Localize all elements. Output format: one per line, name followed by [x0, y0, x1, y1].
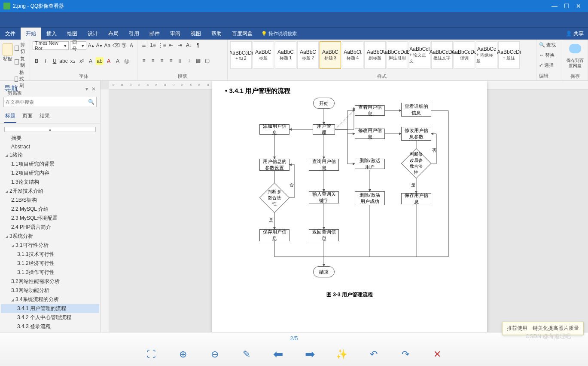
multilevel-button[interactable]: ⋮≡: [158, 41, 166, 49]
tree-expand-icon[interactable]: ◢: [11, 298, 14, 302]
style-item[interactable]: AaBbCcI+ 论文正文: [409, 41, 430, 69]
tell-me-search[interactable]: 💡 操作说明搜索: [261, 31, 297, 37]
tree-expand-icon[interactable]: ◢: [5, 234, 8, 239]
copy-button[interactable]: 复制: [15, 55, 27, 69]
format-painter-button[interactable]: 格式刷: [15, 69, 27, 89]
sort-button[interactable]: A↓: [185, 41, 193, 49]
nav-tree-item[interactable]: 3.4.2 个人中心管理流程: [1, 313, 99, 322]
line-spacing-button[interactable]: ↕: [185, 57, 193, 65]
search-icon[interactable]: 🔍: [88, 99, 94, 105]
align-left-button[interactable]: ≡: [140, 57, 148, 65]
nav-search-input[interactable]: [6, 99, 88, 105]
tree-expand-icon[interactable]: ◢: [5, 189, 8, 194]
nav-tree-item[interactable]: 1.2项目研究内容: [1, 169, 99, 178]
style-item[interactable]: AaBbC标题 2: [297, 41, 319, 69]
find-button[interactable]: 🔍 查找: [539, 41, 559, 49]
ribbon-tab-百度网盘[interactable]: 百度网盘: [227, 28, 258, 40]
ribbon-tab-插入[interactable]: 插入: [41, 28, 62, 40]
nav-tree-item[interactable]: 2.3 MySQL环境配置: [1, 214, 99, 223]
change-case-button[interactable]: Aa: [104, 42, 111, 49]
nav-tree-item[interactable]: 3.4.3 登录流程: [1, 322, 99, 331]
style-item[interactable]: AaBbC标题 1: [275, 41, 296, 69]
zoom-in-button[interactable]: ⊕: [176, 348, 190, 361]
minimize-button[interactable]: ―: [548, 3, 561, 9]
shading-button[interactable]: ▦: [194, 57, 202, 65]
grow-font-button[interactable]: A▴: [88, 42, 94, 49]
highlight-button[interactable]: ab: [96, 57, 104, 65]
subscript-button[interactable]: x₂: [69, 57, 76, 65]
superscript-button[interactable]: x²: [78, 57, 85, 65]
enclose-button[interactable]: ㊓: [123, 57, 131, 65]
tree-expand-icon[interactable]: ◢: [11, 243, 14, 248]
ribbon-tab-邮件[interactable]: 邮件: [144, 28, 165, 40]
show-marks-button[interactable]: ¶: [194, 41, 202, 49]
nav-tab-标题[interactable]: 标题: [4, 110, 16, 123]
style-item[interactable]: AaBbC副标题: [364, 41, 386, 69]
nav-tree-item[interactable]: 3.1.3操作可行性: [1, 268, 99, 277]
nav-close-button[interactable]: ✕: [91, 86, 96, 92]
share-button[interactable]: 👤 共享: [566, 30, 584, 37]
select-button[interactable]: ⤢ 选择: [539, 62, 559, 69]
border-button[interactable]: ▢: [203, 57, 211, 65]
ribbon-tab-帮助[interactable]: 帮助: [206, 28, 227, 40]
vertical-ruler[interactable]: [101, 89, 109, 332]
prev-button[interactable]: ⬅: [271, 348, 285, 361]
nav-tree-item[interactable]: 3.1.2经济可行性: [1, 259, 99, 268]
indent-inc-button[interactable]: ⇥: [176, 41, 184, 49]
font-family-select[interactable]: Times New Ror▾: [33, 41, 69, 50]
italic-button[interactable]: I: [42, 57, 49, 65]
edit-button[interactable]: ✎: [240, 348, 253, 361]
style-item[interactable]: AaBbCcDdEe脚注引用: [387, 41, 408, 69]
style-item[interactable]: AaBbCcDd强调: [454, 41, 475, 69]
strike-button[interactable]: abc: [60, 57, 67, 65]
nav-tree-item[interactable]: 摘要: [1, 134, 99, 143]
collapse-all-button[interactable]: ▴: [4, 127, 96, 132]
delete-button[interactable]: ✕: [430, 348, 444, 361]
style-item[interactable]: AaBbC标题 3: [320, 41, 341, 69]
nav-tree-item[interactable]: 1.3论文结构: [1, 178, 99, 187]
align-center-button[interactable]: ≡: [149, 57, 157, 65]
nav-tree-item[interactable]: 2.1B/S架构: [1, 196, 99, 205]
nav-tree-item[interactable]: 3.4.1 用户管理的流程: [1, 304, 99, 313]
rotate-left-button[interactable]: ↶: [367, 348, 381, 361]
replace-button[interactable]: ↔ 替换: [539, 52, 559, 59]
nav-search[interactable]: 🔍: [3, 97, 97, 107]
style-item[interactable]: AaBbCcDi+ tu 2: [230, 41, 252, 69]
underline-button[interactable]: U: [51, 57, 58, 65]
nav-tree-item[interactable]: 3.3网站功能分析: [1, 286, 99, 295]
nav-tree-item[interactable]: ◢3系统分析: [1, 232, 99, 241]
justify-button[interactable]: ≡: [167, 57, 175, 65]
nav-tree-item[interactable]: 3.2网站性能需求分析: [1, 277, 99, 286]
nav-tree-item[interactable]: 3.1.1技术可行性: [1, 250, 99, 259]
nav-tree-item[interactable]: 2.2 MySQL 介绍: [1, 205, 99, 214]
nav-tree-item[interactable]: ◢1绪论: [1, 151, 99, 160]
nav-tree-item[interactable]: 2.4 PHP语言简介: [1, 223, 99, 232]
nav-tree-item[interactable]: Abstract: [1, 143, 99, 151]
phonetic-button[interactable]: 字: [121, 42, 127, 49]
distribute-button[interactable]: ⫼: [176, 57, 184, 65]
ribbon-tab-审阅[interactable]: 审阅: [165, 28, 186, 40]
nav-tab-页面[interactable]: 页面: [21, 110, 34, 123]
ribbon-tab-布局[interactable]: 布局: [103, 28, 124, 40]
char-shading-button[interactable]: A: [114, 57, 122, 65]
nav-tree-item[interactable]: ◢2开发技术介绍: [1, 187, 99, 196]
style-item[interactable]: AaBbCcDi+ 题注: [498, 41, 520, 69]
enhance-button[interactable]: ✨: [335, 348, 349, 361]
nav-tree-item[interactable]: 1.1项目研究的背景: [1, 160, 99, 169]
zoom-out-button[interactable]: ⊖: [208, 348, 222, 361]
font-color-button[interactable]: A: [105, 57, 113, 65]
fit-screen-button[interactable]: ⛶: [144, 348, 158, 361]
ribbon-tab-设计[interactable]: 设计: [82, 28, 103, 40]
align-right-button[interactable]: ≡: [158, 57, 166, 65]
paste-button[interactable]: 粘贴: [3, 41, 13, 64]
tree-expand-icon[interactable]: ◢: [5, 153, 8, 157]
style-item[interactable]: AaBbC标题: [253, 41, 274, 69]
save-cloud-button[interactable]: 保存到百度网盘: [565, 58, 585, 68]
rotate-right-button[interactable]: ↷: [399, 348, 412, 361]
maximize-button[interactable]: ☐: [561, 3, 573, 9]
clear-format-button[interactable]: ⌫: [112, 42, 120, 49]
next-button[interactable]: ➡: [303, 348, 317, 361]
font-size-select[interactable]: 四号▾: [70, 41, 86, 50]
style-item[interactable]: AaBbCt标题 4: [342, 41, 363, 69]
cut-button[interactable]: 剪切: [15, 41, 27, 55]
